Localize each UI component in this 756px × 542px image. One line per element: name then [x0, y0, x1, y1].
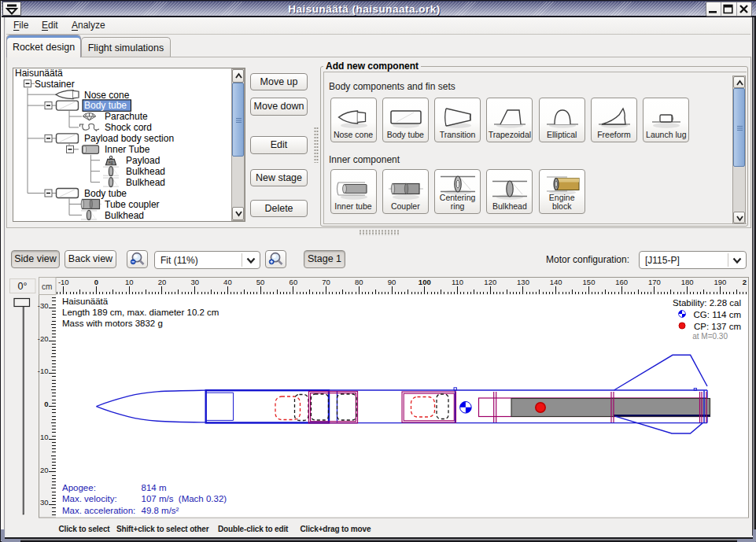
- svg-text:Bulkhead: Bulkhead: [126, 166, 165, 177]
- svg-text:at M=0.30: at M=0.30: [692, 332, 728, 341]
- svg-text:10: 10: [125, 278, 134, 286]
- svg-text:Inner Tube: Inner Tube: [105, 144, 150, 155]
- svg-text:120: 120: [484, 278, 496, 286]
- svg-text:-20: -20: [38, 334, 49, 343]
- svg-text:90: 90: [388, 278, 396, 286]
- svg-text:160: 160: [615, 278, 628, 286]
- svg-text:0: 0: [94, 278, 98, 286]
- svg-text:110: 110: [452, 278, 463, 286]
- svg-text:107 m/s (Mach 0.32): 107 m/s (Mach 0.32): [142, 494, 227, 503]
- svg-text:20: 20: [40, 466, 49, 474]
- svg-text:cm: cm: [42, 282, 52, 291]
- svg-text:140: 140: [550, 278, 562, 286]
- svg-text:Body tube: Body tube: [84, 188, 127, 199]
- svg-text:-10: -10: [38, 367, 49, 375]
- svg-text:Apogee:: Apogee:: [62, 483, 96, 492]
- svg-text:170: 170: [648, 278, 661, 286]
- svg-text:Max. velocity:: Max. velocity:: [62, 494, 117, 503]
- svg-text:0°: 0°: [18, 281, 28, 292]
- svg-text:2: 2: [743, 278, 747, 286]
- svg-text:Payload body section: Payload body section: [84, 133, 174, 144]
- svg-text:kg: kg: [109, 160, 113, 164]
- svg-text:CP: 137 cm: CP: 137 cm: [694, 322, 741, 331]
- svg-text:180: 180: [681, 278, 694, 286]
- svg-text:49.8 m/s²: 49.8 m/s²: [142, 506, 179, 515]
- svg-text:Parachute: Parachute: [105, 111, 148, 122]
- svg-text:Mass with motors 3832 g: Mass with motors 3832 g: [62, 319, 163, 328]
- svg-text:130: 130: [517, 278, 529, 286]
- svg-text:Nose cone: Nose cone: [84, 90, 130, 101]
- svg-text:Body tube: Body tube: [84, 100, 127, 111]
- svg-text:60: 60: [289, 278, 298, 286]
- svg-text:-30: -30: [38, 301, 49, 310]
- svg-text:Haisunäätä: Haisunäätä: [15, 68, 63, 79]
- svg-text:Length 189 cm, max. diameter 1: Length 189 cm, max. diameter 10.2 cm: [62, 308, 219, 317]
- svg-text:Bulkhead: Bulkhead: [105, 210, 144, 221]
- svg-text:0: 0: [44, 400, 48, 408]
- svg-text:10: 10: [40, 433, 49, 441]
- svg-text:190: 190: [714, 278, 726, 286]
- svg-text:Shock cord: Shock cord: [105, 122, 152, 133]
- svg-text:Payload: Payload: [126, 155, 160, 166]
- svg-text:100: 100: [419, 278, 431, 286]
- svg-text:Stability: 2.28 cal: Stability: 2.28 cal: [673, 298, 741, 308]
- svg-text:20: 20: [158, 278, 167, 286]
- svg-text:Bulkhead: Bulkhead: [126, 177, 165, 188]
- svg-text:80: 80: [355, 278, 363, 286]
- svg-text:70: 70: [322, 278, 330, 286]
- svg-text:50: 50: [256, 278, 265, 286]
- svg-text:CG: 114 cm: CG: 114 cm: [694, 310, 742, 319]
- svg-text:Max. acceleration:: Max. acceleration:: [62, 506, 135, 515]
- svg-text:814 m: 814 m: [142, 483, 167, 492]
- svg-text:150: 150: [583, 278, 596, 286]
- svg-text:Tube coupler: Tube coupler: [105, 199, 160, 210]
- svg-text:Sustainer: Sustainer: [35, 79, 75, 90]
- svg-text:30: 30: [40, 498, 49, 507]
- svg-text:-10: -10: [58, 278, 69, 286]
- svg-text:Haisunäätä: Haisunäätä: [62, 297, 109, 306]
- svg-text:40: 40: [223, 278, 232, 286]
- svg-text:30: 30: [190, 278, 199, 286]
